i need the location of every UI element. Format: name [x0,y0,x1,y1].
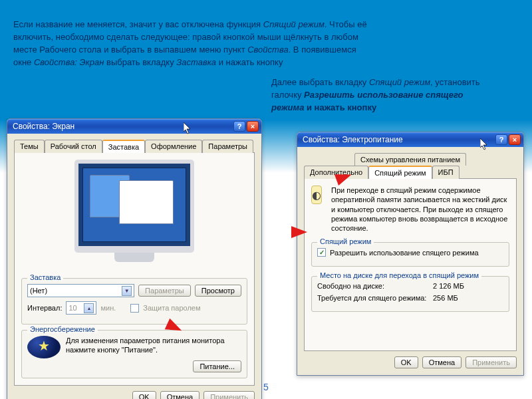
help-button[interactable]: ? [233,121,245,132]
required-value: 256 МБ [433,294,458,302]
password-label: Защита паролем [143,304,200,312]
freespace-label: Свободно на диске: [317,282,430,290]
instruction-left: Если название не меняется, значит у вас … [13,19,372,68]
instruction-right: Далее выбрать вкладку Спящий режим, уста… [271,76,497,114]
ok-button[interactable]: OK [132,391,156,399]
password-checkbox[interactable] [130,304,139,313]
interval-input[interactable]: 10 ▴ [66,301,96,315]
apply-button[interactable]: Применить [203,391,255,399]
group-sleep-label: Спящий режим [317,237,374,245]
enable-hibernate-checkbox[interactable]: ✓ [317,248,326,257]
preview-monitor [58,160,211,273]
interval-unit: мин. [100,304,116,312]
freespace-value: 2 126 МБ [433,282,464,290]
cancel-button[interactable]: Отмена [422,356,462,368]
group-disk-label: Место на диске для перехода в спящий реж… [317,271,481,279]
window-power-properties: Свойства: Электропитание ? × Схемы управ… [297,132,524,376]
close-button[interactable]: × [247,121,259,132]
group-screensaver-label: Заставка [27,273,63,281]
tab-hibernate[interactable]: Спящий режим [368,166,432,179]
tab-settings[interactable]: Параметры [202,140,253,153]
group-power-label: Энергосбережение [27,325,98,333]
power-text: Для изменения параметров питания монитор… [66,336,241,355]
cancel-button[interactable]: Отмена [160,391,200,399]
hibernate-description: При переходе в спящий режим содержимое о… [331,186,509,233]
tab-power-schemes[interactable]: Схемы управления питанием [354,153,466,166]
power-options-icon: ◐ [311,186,322,204]
screensaver-combo[interactable]: (Нет) ▼ [27,284,134,297]
tab-appearance[interactable]: Оформление [145,140,202,153]
tab-screensaver[interactable]: Заставка [102,140,145,153]
tab-ups[interactable]: ИБП [432,166,460,179]
window-display-properties: Свойства: Экран ? × Темы Рабочий стол За… [7,118,262,399]
apply-button[interactable]: Применить [466,356,517,368]
page-number: 5 [263,382,269,392]
power-button[interactable]: Питание... [193,360,241,372]
chevron-down-icon: ▼ [122,286,132,296]
window-title: Свойства: Электропитание [303,135,403,144]
spinner-icon: ▴ [84,303,94,313]
tab-themes[interactable]: Темы [14,140,45,153]
required-label: Требуется для спящего режима: [317,294,430,302]
tab-desktop[interactable]: Рабочий стол [45,140,102,153]
window-title: Свойства: Экран [13,122,74,131]
energy-star-icon [27,336,61,358]
params-button[interactable]: Параметры [138,285,191,297]
help-button[interactable]: ? [495,134,507,145]
ok-button[interactable]: OK [394,356,418,368]
enable-hibernate-label: Разрешить использование спящего режима [330,249,479,257]
interval-label: Интервал: [27,304,62,312]
close-button[interactable]: × [509,134,521,145]
preview-button[interactable]: Просмотр [195,285,241,297]
